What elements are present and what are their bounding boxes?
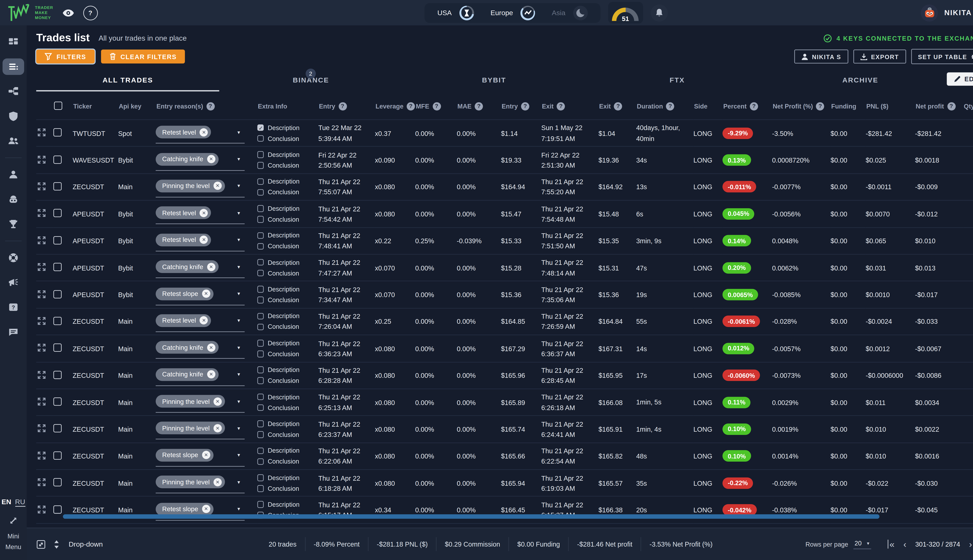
expand-row-icon[interactable] <box>36 505 46 513</box>
entry-reason-select[interactable]: Retest level✕▼ <box>156 126 245 143</box>
sidebar-item-profile[interactable] <box>3 167 24 183</box>
expand-row-icon[interactable] <box>36 344 46 352</box>
row-checkbox[interactable] <box>53 317 61 325</box>
row-checkbox[interactable] <box>53 290 61 298</box>
chip-remove-icon[interactable]: ✕ <box>214 397 222 405</box>
description-checkbox[interactable] <box>257 447 264 454</box>
column-header-pnl-[interactable]: PNL ($) <box>866 93 915 120</box>
row-checkbox[interactable] <box>53 236 61 244</box>
help-icon[interactable]: ? <box>406 102 415 110</box>
chip-remove-icon[interactable]: ✕ <box>214 478 222 486</box>
entry-reason-chip[interactable]: Catching knife✕ <box>156 153 219 165</box>
language-ru[interactable]: RU <box>15 498 25 507</box>
select-all-checkbox[interactable] <box>54 101 62 110</box>
description-checkbox[interactable] <box>257 232 264 238</box>
column-header-side[interactable]: Side <box>693 93 722 120</box>
tab-archive[interactable]: ARCHIVE <box>769 70 952 92</box>
description-checkbox[interactable] <box>257 340 264 346</box>
entry-reason-chip[interactable]: Pinning the level✕ <box>156 422 225 435</box>
expand-row-icon[interactable] <box>36 478 46 487</box>
conclusion-checkbox[interactable] <box>257 458 264 465</box>
entry-reason-select[interactable]: Retest slope✕▼ <box>156 449 245 467</box>
conclusion-option[interactable]: Conclusion <box>257 429 318 440</box>
chip-remove-icon[interactable]: ✕ <box>214 182 222 190</box>
conclusion-checkbox[interactable] <box>257 351 264 357</box>
entry-reason-chip[interactable]: Retest slope✕ <box>156 449 214 462</box>
reason-dropdown-caret[interactable]: ▼ <box>237 238 241 242</box>
entry-reason-chip[interactable]: Retest level✕ <box>156 233 211 246</box>
entry-reason-chip[interactable]: Pinning the level✕ <box>156 180 225 192</box>
entry-reason-select[interactable]: Pinning the level✕▼ <box>156 476 245 493</box>
conclusion-checkbox[interactable] <box>257 135 264 142</box>
entry-reason-chip[interactable]: Retest level✕ <box>156 314 211 327</box>
help-icon[interactable]: ? <box>432 102 441 110</box>
sidebar-item-bot[interactable] <box>3 191 24 208</box>
sentiment-gauge[interactable]: 51 <box>608 2 643 23</box>
table-row[interactable]: TWTUSDTSpotRetest level✕▼DescriptionConc… <box>36 120 973 147</box>
description-checkbox[interactable] <box>257 178 264 185</box>
tab-all-trades[interactable]: ALL TRADES <box>36 70 219 92</box>
edit-button[interactable]: EDIT <box>947 72 973 86</box>
entry-reason-select[interactable]: Catching knife✕▼ <box>156 368 245 386</box>
entry-reason-select[interactable]: Pinning the level✕▼ <box>156 395 245 413</box>
tab-binance[interactable]: BINANCE2 <box>219 70 403 92</box>
description-option[interactable]: Description <box>257 230 318 241</box>
conclusion-checkbox[interactable] <box>257 162 264 169</box>
chip-remove-icon[interactable]: ✕ <box>207 370 215 378</box>
mini-menu-label[interactable]: MiniMenu <box>5 531 22 552</box>
sidebar-item-flow[interactable] <box>3 83 24 100</box>
expand-row-icon[interactable] <box>36 397 46 406</box>
expand-row-icon[interactable] <box>36 209 46 217</box>
export-button[interactable]: EXPORT <box>853 50 906 63</box>
entry-reason-select[interactable]: Catching knife✕▼ <box>156 153 245 170</box>
description-option[interactable]: Description <box>257 149 318 160</box>
expand-row-icon[interactable] <box>36 182 46 190</box>
chip-remove-icon[interactable]: ✕ <box>202 451 210 459</box>
description-option[interactable]: Description <box>257 472 318 483</box>
dropdown-label[interactable]: Drop-down <box>69 540 103 548</box>
help-icon[interactable]: ? <box>475 102 483 110</box>
entry-reason-chip[interactable]: Retest slope✕ <box>156 503 214 515</box>
entry-reason-select[interactable]: Retest level✕▼ <box>156 207 245 224</box>
entry-reason-chip[interactable]: Retest slope✕ <box>156 287 214 300</box>
table-row[interactable]: WAVESUSDTBybitCatching knife✕▼Descriptio… <box>36 147 973 173</box>
sidebar-item-chat[interactable] <box>3 324 24 340</box>
reason-dropdown-caret[interactable]: ▼ <box>237 265 241 269</box>
chip-remove-icon[interactable]: ✕ <box>200 317 208 325</box>
setup-table-button[interactable]: SET UP TABLE <box>911 49 973 64</box>
column-header-leverage[interactable]: Leverage? <box>375 93 415 120</box>
conclusion-option[interactable]: Conclusion <box>257 214 318 225</box>
session-usa[interactable]: USA <box>437 5 474 20</box>
help-icon[interactable]: ? <box>750 102 758 110</box>
reason-dropdown-caret[interactable]: ▼ <box>237 292 241 296</box>
expand-row-icon[interactable] <box>36 317 46 325</box>
description-option[interactable]: Description <box>257 338 318 348</box>
clear-filters-button[interactable]: CLEAR FILTERS <box>101 50 185 63</box>
help-icon[interactable]: ? <box>521 102 529 110</box>
column-header-net-profit-[interactable]: Net Profit (%)? <box>772 93 831 120</box>
column-header-qty[interactable]: Qty? <box>963 93 973 120</box>
session-europe[interactable]: Europe <box>491 5 535 20</box>
table-row[interactable]: ZECUSDTMainPinning the level✕▼Descriptio… <box>36 173 973 200</box>
description-checkbox[interactable] <box>257 367 264 373</box>
language-en[interactable]: EN <box>2 498 11 507</box>
description-option[interactable]: Description <box>257 418 318 429</box>
entry-reason-select[interactable]: Catching knife✕▼ <box>156 341 245 359</box>
description-checkbox[interactable] <box>257 501 264 508</box>
table-row[interactable]: ZECUSDTMainPinning the level✕▼Descriptio… <box>36 389 973 416</box>
reason-dropdown-caret[interactable]: ▼ <box>237 184 241 188</box>
conclusion-checkbox[interactable] <box>257 485 264 492</box>
sidebar-item-shield[interactable] <box>3 108 24 125</box>
conclusion-option[interactable]: Conclusion <box>257 348 318 359</box>
conclusion-option[interactable]: Conclusion <box>257 133 318 144</box>
entry-reason-chip[interactable]: Catching knife✕ <box>156 260 219 273</box>
column-header-exit[interactable]: Exit? <box>542 93 599 120</box>
row-checkbox[interactable] <box>53 425 61 433</box>
account-filter-button[interactable]: NIKITA S <box>794 50 848 63</box>
row-checkbox[interactable] <box>53 182 61 190</box>
conclusion-option[interactable]: Conclusion <box>257 402 318 413</box>
reason-dropdown-caret[interactable]: ▼ <box>237 507 241 511</box>
expand-row-icon[interactable] <box>36 371 46 379</box>
entry-reason-chip[interactable]: Pinning the level✕ <box>156 476 225 488</box>
expand-row-icon[interactable] <box>36 128 46 137</box>
